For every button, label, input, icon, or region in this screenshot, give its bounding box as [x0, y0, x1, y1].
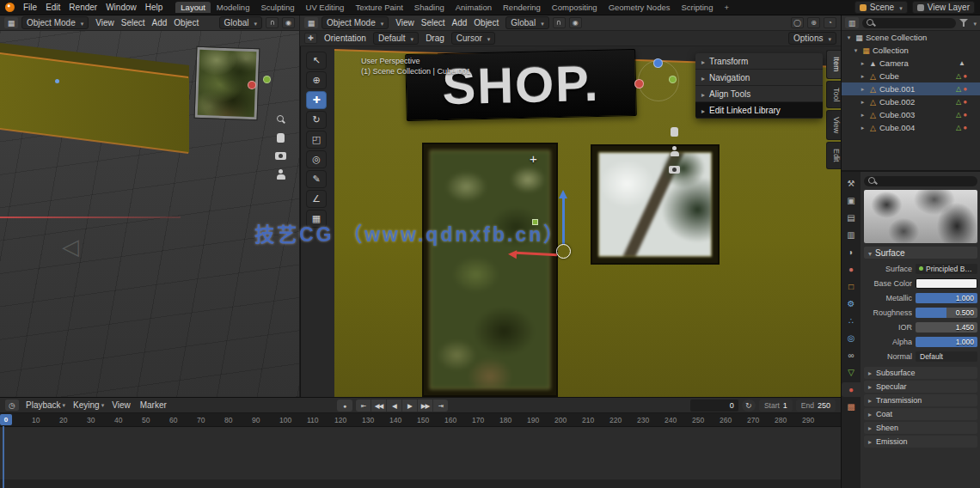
shading-icon[interactable]: ◔ — [824, 17, 836, 28]
shop-sign[interactable]: SHOP. — [405, 49, 637, 121]
tool-button[interactable]: ↖ — [306, 52, 327, 70]
proportional-edit-icon[interactable]: ◉ — [569, 17, 582, 28]
mode-selector[interactable]: Object Mode — [322, 16, 389, 29]
navigation-gizmo[interactable] — [634, 57, 683, 105]
navigation-gizmo[interactable] — [246, 74, 275, 96]
gizmo-x-arrowhead[interactable] — [508, 250, 518, 259]
zoom-icon[interactable] — [277, 115, 285, 124]
viewport-menu-item[interactable]: View — [92, 18, 118, 27]
timeline-track-area[interactable] — [0, 427, 841, 488]
expander-icon[interactable]: ▸ — [859, 73, 867, 80]
editor-type-icon[interactable] — [304, 17, 318, 28]
transport-button[interactable]: ▶ — [402, 400, 417, 412]
menu-item[interactable]: Help — [141, 2, 168, 13]
viewport-menu-item[interactable]: Add — [449, 18, 471, 27]
sidebar-tab[interactable]: Tool — [826, 81, 841, 109]
gizmos-icon[interactable]: ⊕ — [807, 17, 820, 28]
shop-window[interactable] — [591, 144, 720, 265]
workspace-tab[interactable]: Shading — [409, 2, 450, 13]
properties-tab[interactable]: ◎ — [843, 331, 859, 345]
editor-type-icon[interactable] — [4, 17, 18, 28]
gizmo-z-arrowhead[interactable] — [559, 190, 567, 198]
tool-button[interactable]: ◎ — [306, 150, 327, 168]
properties-tab[interactable]: □ — [843, 279, 859, 294]
walk-mode-icon[interactable] — [670, 146, 680, 156]
outliner-row[interactable]: ▾ ▦ Collection — [842, 44, 980, 57]
view-layer-selector[interactable]: View Layer — [912, 1, 975, 14]
transport-button[interactable]: ◀◀ — [371, 400, 386, 412]
outliner-item-label[interactable]: Cube.003 — [879, 110, 954, 119]
outliner-editor-icon[interactable] — [845, 17, 859, 28]
drag-setting-selector[interactable]: Cursor — [451, 32, 496, 45]
workspace-tab[interactable]: Rendering — [498, 2, 546, 13]
metallic-slider[interactable]: 1.000 — [916, 293, 977, 303]
camera-view-icon[interactable] — [275, 152, 286, 160]
outliner-row[interactable]: ▸ ▲ Camera ▲ — [842, 57, 980, 70]
timeline-editor-icon[interactable] — [5, 400, 19, 411]
transport-button[interactable]: ◀ — [387, 400, 401, 412]
properties-tab[interactable]: ▩ — [843, 400, 859, 414]
left-3d-viewport[interactable]: ◁ — [0, 31, 299, 397]
gizmo-z-ball[interactable] — [653, 58, 663, 68]
transport-button[interactable]: ⇤ — [356, 400, 371, 412]
workspace-tab[interactable]: Compositing — [547, 2, 603, 13]
outliner-item-label[interactable]: Cube.001 — [879, 84, 954, 94]
snap-magnet-icon[interactable] — [553, 17, 566, 28]
viewport-menu-item[interactable]: Select — [418, 18, 449, 27]
properties-tab[interactable]: ∞ — [843, 348, 859, 363]
workspace-tab[interactable]: Texture Paint — [350, 2, 407, 13]
outliner-item-label[interactable]: Cube.004 — [879, 123, 954, 132]
overlays-icon[interactable]: ◯ — [791, 17, 804, 28]
transform-orientation-selector[interactable]: Global — [219, 16, 262, 29]
timeline-ruler[interactable]: 0102030405060708090100110120130140150160… — [0, 413, 841, 427]
transform-orientation-selector[interactable]: Global — [505, 16, 548, 29]
tool-button[interactable]: ◰ — [306, 131, 327, 149]
viewport-menu-item[interactable]: Object — [470, 18, 502, 27]
collapsed-section-header[interactable]: Emission — [864, 436, 977, 448]
collapsed-section-header[interactable]: Transmission — [864, 394, 977, 406]
material-preview[interactable] — [864, 190, 977, 243]
tool-button[interactable]: ↻ — [306, 111, 327, 129]
timeline-menu-item[interactable]: View — [112, 400, 132, 410]
menu-item[interactable]: Edit — [41, 2, 64, 13]
workspace-tab[interactable]: Layout — [175, 2, 211, 13]
dropdown-menu-item[interactable]: Edit Linked Library — [695, 102, 823, 119]
expander-icon[interactable]: ▾ — [852, 47, 860, 54]
workspace-tab[interactable]: UV Editing — [301, 2, 350, 13]
options-menu[interactable]: Options — [788, 32, 836, 45]
dropdown-menu-item[interactable]: Transform — [695, 53, 823, 70]
dropdown-menu-item[interactable]: Navigation — [695, 70, 823, 86]
expander-icon[interactable]: ▸ — [859, 99, 867, 106]
expander-icon[interactable]: ▸ — [859, 86, 867, 93]
gizmo-x-ball[interactable] — [248, 81, 256, 89]
surface-section-header[interactable]: Surface — [864, 247, 977, 259]
properties-tab[interactable]: ▥ — [843, 228, 859, 242]
sidebar-tab[interactable]: View — [826, 110, 841, 140]
sidebar-tab[interactable]: Edit — [826, 142, 841, 169]
collapsed-section-header[interactable]: Sheen — [864, 422, 977, 434]
playhead-marker[interactable]: 0 — [0, 414, 12, 425]
tool-button[interactable]: ✎ — [306, 170, 327, 188]
properties-tab[interactable]: ● — [842, 382, 861, 397]
gizmo-x-ball[interactable] — [634, 79, 644, 88]
properties-tab[interactable]: ● — [843, 262, 859, 277]
start-frame-field[interactable]: Start 1 — [759, 400, 793, 412]
properties-tab[interactable]: ▽ — [843, 365, 859, 380]
timeline-menu-item[interactable]: Playback ▾ — [26, 400, 65, 410]
outliner-row[interactable]: ▸ △ Cube.003 △ ● — [842, 108, 980, 121]
outliner-item-label[interactable]: Collection — [873, 46, 964, 55]
collapsed-section-header[interactable]: Specular — [864, 381, 977, 393]
expander-icon[interactable]: ▸ — [859, 60, 867, 67]
ior-field[interactable]: 1.450 — [916, 322, 977, 332]
tool-button[interactable]: ⊕ — [306, 71, 327, 89]
proportional-edit-icon[interactable]: ◉ — [282, 17, 295, 28]
outliner-row[interactable]: ▸ △ Cube △ ● — [842, 70, 980, 82]
sidebar-tab[interactable]: Item — [826, 50, 841, 79]
tool-button[interactable]: ✚ — [306, 91, 327, 109]
alpha-slider[interactable]: 1.000 — [916, 337, 977, 347]
snap-magnet-icon[interactable] — [266, 17, 279, 28]
shop-door[interactable] — [422, 143, 558, 397]
gizmo-y-ball[interactable] — [669, 76, 677, 83]
outliner-item-label[interactable]: Scene Collection — [866, 33, 964, 42]
chevron-down-icon[interactable] — [971, 18, 977, 27]
